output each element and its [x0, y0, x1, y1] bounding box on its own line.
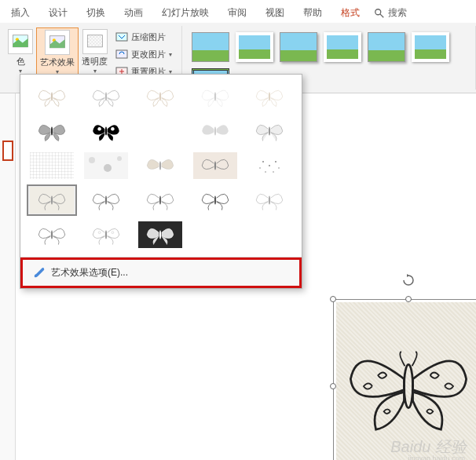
svg-rect-26 — [30, 152, 74, 179]
effect-item[interactable] — [27, 81, 77, 112]
effect-item[interactable] — [135, 81, 185, 112]
highlight-annotation: 艺术效果选项(E)... — [20, 257, 302, 288]
resize-handle[interactable] — [330, 383, 336, 389]
svg-point-50 — [105, 230, 107, 239]
svg-point-33 — [214, 161, 215, 170]
svg-point-31 — [159, 161, 161, 170]
tab-animations[interactable]: 动画 — [119, 3, 148, 23]
color-button[interactable]: 色 ▾ — [5, 27, 36, 81]
artistic-effects-label: 艺术效果 — [40, 57, 75, 68]
effect-item[interactable] — [27, 115, 77, 147]
svg-point-39 — [265, 171, 266, 173]
svg-point-30 — [117, 156, 122, 161]
svg-rect-7 — [87, 35, 102, 47]
tab-design[interactable]: 设计 — [44, 3, 72, 23]
svg-point-35 — [262, 161, 264, 162]
effect-item[interactable] — [190, 81, 240, 112]
style-thumb[interactable] — [324, 32, 361, 62]
tab-transitions[interactable]: 切换 — [82, 3, 110, 23]
tab-insert[interactable]: 插入 — [6, 3, 35, 23]
effect-item-selected[interactable] — [27, 184, 77, 216]
svg-point-49 — [112, 232, 114, 234]
effect-item[interactable] — [190, 150, 240, 181]
svg-point-44 — [159, 195, 161, 204]
svg-point-22 — [105, 126, 107, 135]
tab-format[interactable]: 格式 — [336, 3, 364, 23]
effects-grid — [20, 75, 302, 257]
effect-item[interactable] — [81, 115, 131, 147]
svg-point-24 — [214, 126, 215, 135]
svg-point-21 — [111, 127, 114, 130]
svg-point-42 — [51, 195, 53, 204]
svg-rect-10 — [116, 33, 127, 41]
resize-handle[interactable] — [330, 296, 336, 302]
svg-point-18 — [269, 92, 270, 100]
artistic-effects-dropdown: 艺术效果选项(E)... — [20, 74, 302, 289]
transparency-icon — [86, 33, 104, 50]
effects-footer: 艺术效果选项(E)... — [20, 257, 302, 288]
effect-item[interactable] — [190, 115, 240, 147]
svg-point-47 — [51, 230, 53, 239]
effect-item[interactable] — [27, 219, 77, 250]
svg-point-19 — [51, 126, 53, 135]
style-thumb[interactable] — [236, 32, 273, 62]
search-label: 搜索 — [388, 6, 407, 20]
effect-item[interactable] — [81, 219, 131, 250]
tab-review[interactable]: 审阅 — [223, 3, 251, 23]
search-group[interactable]: 搜索 — [374, 6, 407, 20]
effect-item[interactable] — [135, 115, 185, 147]
tab-slideshow[interactable]: 幻灯片放映 — [157, 3, 214, 23]
effect-item[interactable] — [244, 184, 295, 216]
rotate-handle-icon[interactable] — [402, 274, 415, 287]
svg-line-1 — [380, 13, 383, 16]
tab-view[interactable]: 视图 — [261, 3, 289, 23]
svg-point-0 — [375, 9, 381, 14]
change-icon — [115, 48, 128, 60]
svg-point-25 — [269, 126, 270, 135]
watermark-sub: jingyan.baidu.com — [408, 455, 465, 460]
effect-item[interactable] — [244, 81, 295, 112]
svg-point-34 — [269, 165, 270, 166]
svg-point-48 — [98, 232, 101, 234]
selected-image[interactable] — [330, 296, 476, 460]
svg-point-52 — [159, 230, 161, 239]
compress-label: 压缩图片 — [131, 31, 166, 43]
effect-item[interactable] — [135, 150, 185, 181]
transparency-button[interactable]: 透明度 ▾ — [79, 27, 111, 81]
tab-help[interactable]: 帮助 — [298, 3, 327, 23]
svg-rect-23 — [138, 118, 182, 144]
style-thumb[interactable] — [192, 32, 229, 62]
picture-icon — [12, 33, 29, 50]
effects-icon — [49, 34, 66, 51]
effect-item[interactable] — [27, 150, 77, 181]
svg-point-36 — [275, 161, 276, 162]
transparency-label: 透明度 — [82, 56, 108, 68]
chevron-down-icon: ▾ — [169, 51, 172, 58]
effect-item[interactable] — [81, 184, 131, 216]
effect-item[interactable] — [135, 184, 185, 216]
effect-item[interactable] — [244, 115, 295, 147]
svg-point-40 — [273, 171, 274, 173]
effect-item[interactable] — [135, 219, 185, 250]
svg-point-29 — [104, 164, 112, 172]
compress-button[interactable]: 压缩图片 — [112, 29, 175, 45]
effect-item[interactable] — [81, 81, 131, 112]
change-picture-button[interactable]: 更改图片▾ — [112, 46, 175, 62]
style-thumb[interactable] — [412, 32, 449, 62]
artistic-effects-options-button[interactable]: 艺术效果选项(E)... — [23, 260, 299, 286]
slide-panel — [0, 93, 16, 460]
ribbon-tabs: 插入 设计 切换 动画 幻灯片放映 审阅 视图 帮助 格式 搜索 — [0, 0, 476, 23]
artistic-effects-button[interactable]: 艺术效果 ▾ — [36, 27, 79, 81]
svg-point-15 — [105, 92, 107, 100]
brush-icon — [32, 267, 45, 279]
resize-handle[interactable] — [405, 296, 412, 302]
svg-point-20 — [98, 127, 101, 130]
effect-item[interactable] — [81, 150, 131, 181]
slide-thumbnail[interactable] — [2, 141, 13, 161]
effect-item[interactable] — [244, 150, 295, 181]
style-thumb[interactable] — [368, 32, 405, 62]
style-thumb[interactable] — [280, 32, 317, 62]
svg-point-38 — [278, 167, 280, 169]
effects-option-label: 艺术效果选项(E)... — [51, 266, 128, 279]
effect-item[interactable] — [190, 184, 240, 216]
